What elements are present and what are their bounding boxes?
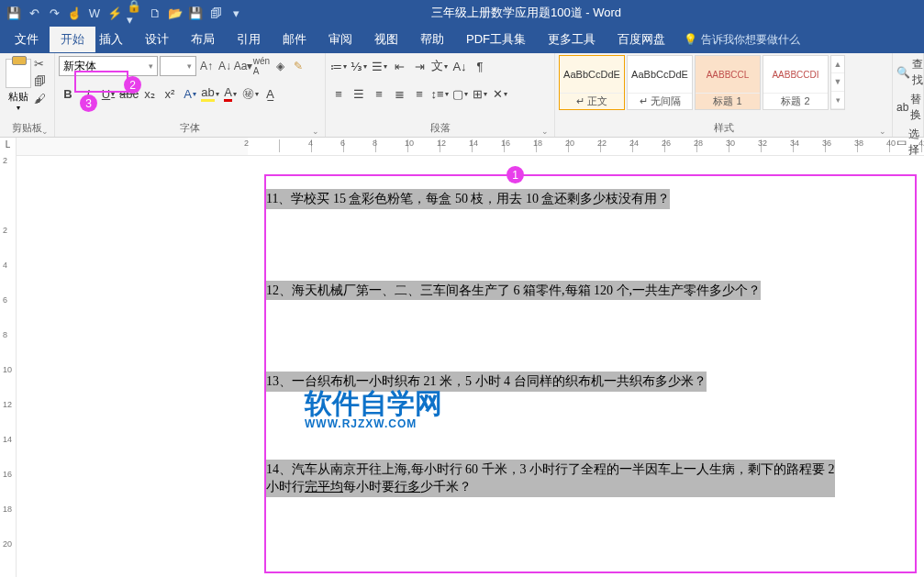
text-line[interactable]: 12、海天机械厂第一、二、三车间各生产了 6 箱零件,每箱 120 个,一共生产… — [266, 281, 761, 301]
document-area: 22468101214161820 1 2 3 11、学校买 15 盒彩色粉笔，… — [0, 156, 924, 577]
borders-button[interactable]: ⊞▾ — [471, 83, 489, 104]
multilevel-button[interactable]: ☰▾ — [370, 56, 388, 76]
style-nospacing[interactable]: AaBbCcDdE ↵无间隔 — [627, 55, 693, 110]
text-line[interactable]: 13、一台织布机一小时织布 21 米，5 小时 4 台同样的织布机一共织布多少米… — [266, 372, 707, 392]
text-line[interactable]: 14、汽车从南京开往上海,每小时行 60 千米，3 小时行了全程的一半因车上一人… — [266, 460, 835, 497]
open-icon[interactable]: 📂 — [167, 5, 184, 21]
align-left-button[interactable]: ≡ — [329, 83, 348, 104]
tell-me[interactable]: 💡 告诉我你想要做什么 — [684, 32, 800, 48]
new-icon[interactable]: 🗋 — [147, 5, 163, 21]
show-marks-button[interactable]: ¶ — [471, 56, 489, 76]
paste-button[interactable]: 粘贴 ▾ — [4, 55, 32, 116]
tab-mailings[interactable]: 邮件 — [272, 27, 317, 52]
preview-icon[interactable]: W — [86, 5, 103, 21]
style-name-label: 标题 1 — [696, 93, 760, 109]
annotation-highlight-home-tab — [74, 71, 128, 93]
style-heading2[interactable]: AABBCCDI 标题 2 — [763, 55, 829, 110]
grow-font-icon[interactable]: A↑ — [198, 57, 215, 75]
page[interactable]: 1 2 3 11、学校买 15 盒彩色粉笔，每盒 50 枝，用去 10 盒还剩多… — [248, 156, 924, 577]
group-font-label: 字体 — [59, 121, 321, 137]
bullets-button[interactable]: ≔▾ — [329, 56, 348, 76]
tab-references[interactable]: 引用 — [226, 27, 272, 52]
tab-moretools[interactable]: 更多工具 — [537, 27, 607, 52]
quick-icon[interactable]: ⚡ — [106, 5, 123, 21]
format-painter-icon[interactable]: 🖌 — [34, 92, 50, 106]
text-line[interactable]: 11、学校买 15 盒彩色粉笔，每盒 50 枝，用去 10 盒还剩多少枝没有用？ — [266, 189, 670, 209]
tab-review[interactable]: 审阅 — [317, 27, 363, 52]
saveall-icon[interactable]: 🗐 — [207, 5, 224, 21]
style-name-label: 标题 2 — [763, 93, 828, 109]
ribbon-tabs: 文件 开始 插入 设计 布局 引用 邮件 审阅 视图 帮助 PDF工具集 更多工… — [0, 26, 924, 53]
style-down-icon[interactable]: ▼ — [831, 73, 844, 91]
style-scroll: ▲ ▼ ▾ — [830, 55, 845, 110]
enclose-button[interactable]: ㊙▾ — [241, 83, 260, 104]
font-size-combo[interactable]: ▾ — [160, 56, 196, 76]
tab-layout[interactable]: 布局 — [180, 27, 226, 52]
customize-icon[interactable]: ▾ — [228, 5, 244, 21]
style-heading1[interactable]: AABBCCL 标题 1 — [695, 55, 761, 110]
shading-button[interactable]: ▢▾ — [451, 83, 469, 104]
find-label: 查找 — [912, 57, 923, 88]
line-spacing-button[interactable]: ↕≡▾ — [430, 83, 449, 104]
touch-icon[interactable]: ☝ — [66, 5, 83, 21]
text-direction-button[interactable]: 文▾ — [430, 56, 449, 76]
tab-design[interactable]: 设计 — [134, 27, 180, 52]
group-styles-label: 样式 — [559, 121, 888, 137]
save2-icon[interactable]: 💾 — [187, 5, 204, 21]
tab-file[interactable]: 文件 — [4, 27, 50, 52]
style-gallery: AaBbCcDdE ↵正文 AaBbCcDdE ↵无间隔 AABBCCL 标题 … — [559, 55, 845, 114]
selection-highlight-box: 1 2 3 11、学校买 15 盒彩色粉笔，每盒 50 枝，用去 10 盒还剩多… — [264, 174, 917, 573]
group-paragraph: ≔▾ ⅓▾ ☰▾ ⇤ ⇥ 文▾ A↓ ¶ ≡ ☰ ≡ ≣ ≡ ↕≡▾ ▢▾ ⊞▾… — [326, 53, 555, 137]
bulb-icon: 💡 — [684, 33, 697, 46]
distribute-button[interactable]: ≡ — [410, 83, 429, 104]
para-mark-icon: ↵ — [576, 95, 584, 107]
align-center-button[interactable]: ☰ — [350, 83, 368, 104]
shrink-font-icon[interactable]: A↓ — [217, 57, 233, 75]
char-border-button[interactable]: A̲ — [262, 83, 280, 104]
redo-icon[interactable]: ↷ — [46, 5, 62, 21]
lock-icon[interactable]: 🔒▾ — [127, 5, 143, 21]
tab-home[interactable]: 开始 — [50, 27, 95, 52]
replace-label: 替换 — [910, 92, 923, 123]
ruler-corner[interactable]: L — [0, 138, 17, 156]
tell-me-label: 告诉我你想要做什么 — [701, 32, 800, 48]
change-case-icon[interactable]: Aa▾ — [235, 57, 251, 75]
subscript-button[interactable]: x₂ — [140, 83, 159, 104]
tab-insert[interactable]: 插入 — [95, 27, 134, 52]
superscript-button[interactable]: x² — [161, 83, 179, 104]
style-expand-icon[interactable]: ▾ — [831, 92, 844, 109]
snap-button[interactable]: ✕▾ — [491, 83, 509, 104]
style-up-icon[interactable]: ▲ — [831, 56, 844, 73]
style-preview: AaBbCcDdE — [560, 56, 624, 93]
vertical-ruler[interactable]: 22468101214161820 — [0, 156, 17, 577]
tab-baidu[interactable]: 百度网盘 — [607, 27, 676, 52]
replace-button[interactable]: ab替换 — [896, 92, 923, 123]
highlight-button[interactable]: ab▾ — [201, 83, 219, 104]
eraser-icon[interactable]: ✎ — [290, 57, 306, 75]
tab-help[interactable]: 帮助 — [409, 27, 455, 52]
find-button[interactable]: 🔍查找 — [896, 57, 923, 88]
horizontal-ruler: L 24681012141618202224262830323436384042… — [0, 138, 924, 156]
align-justify-button[interactable]: ≣ — [390, 83, 408, 104]
increase-indent-button[interactable]: ⇥ — [410, 56, 429, 76]
group-styles: AaBbCcDdE ↵正文 AaBbCcDdE ↵无间隔 AABBCCL 标题 … — [555, 53, 893, 137]
watermark-url: WWW.RJZXW.COM — [305, 417, 417, 430]
decrease-indent-button[interactable]: ⇤ — [390, 56, 408, 76]
cut-icon[interactable]: ✂ — [34, 57, 50, 72]
title-bar: 💾 ↶ ↷ ☝ W ⚡ 🔒▾ 🗋 📂 💾 🗐 ▾ 三年级上册数学应用题100道 … — [0, 0, 924, 26]
align-right-button[interactable]: ≡ — [370, 83, 388, 104]
tab-pdf[interactable]: PDF工具集 — [455, 27, 537, 52]
font-color-button[interactable]: A▾ — [221, 83, 239, 104]
numbering-button[interactable]: ⅓▾ — [350, 56, 368, 76]
copy-icon[interactable]: 🗐 — [34, 74, 50, 89]
sort-button[interactable]: A↓ — [451, 56, 469, 76]
ruler-scale[interactable]: 2468101214161820222426283032343638404244… — [248, 138, 924, 156]
group-clipboard: 粘贴 ▾ ✂ 🗐 🖌 剪贴板 — [0, 53, 55, 137]
tab-view[interactable]: 视图 — [363, 27, 409, 52]
save-icon[interactable]: 💾 — [6, 5, 22, 21]
style-normal[interactable]: AaBbCcDdE ↵正文 — [559, 55, 625, 110]
phonetic-icon[interactable]: wénA — [253, 57, 270, 75]
text-effects-button[interactable]: A▾ — [181, 83, 199, 104]
undo-icon[interactable]: ↶ — [26, 5, 42, 21]
clear-format-icon[interactable]: ◈ — [272, 57, 288, 75]
